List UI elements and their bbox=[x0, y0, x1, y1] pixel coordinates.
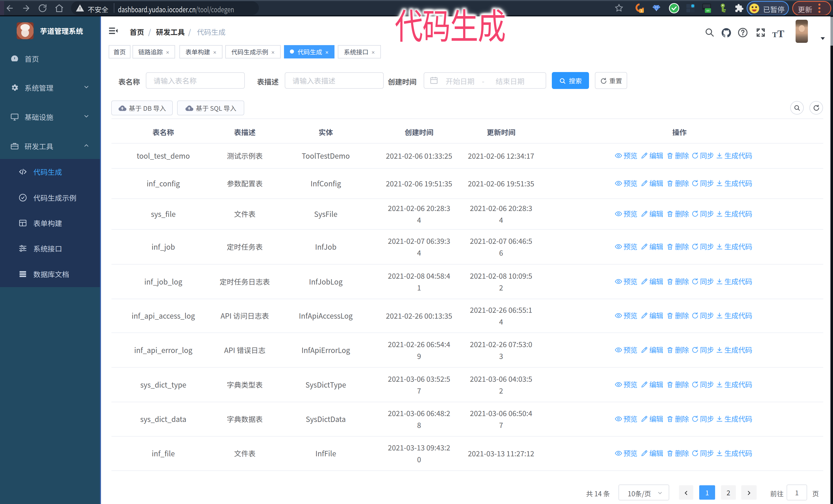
svg-text:on: on bbox=[706, 9, 710, 12]
svg-text:1: 1 bbox=[641, 8, 642, 13]
